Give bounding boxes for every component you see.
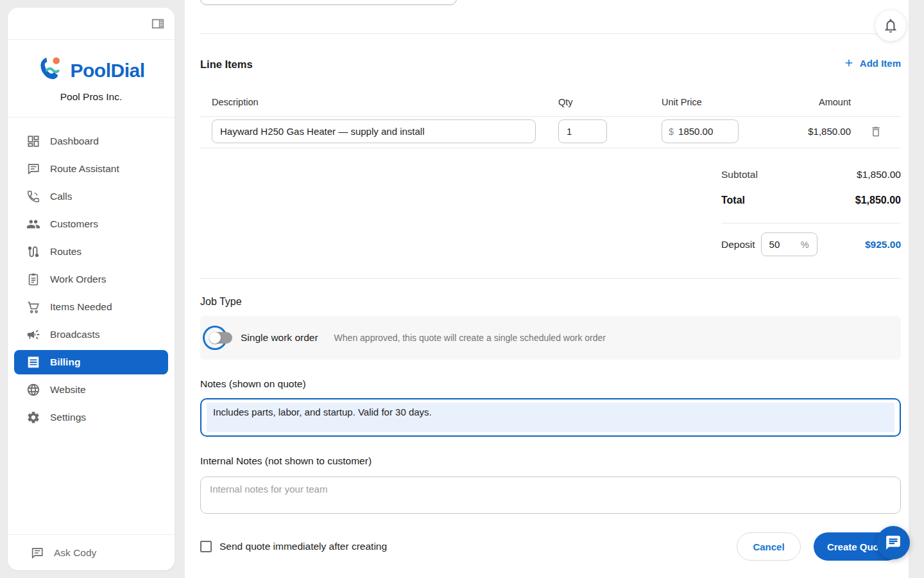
cart-icon	[26, 299, 41, 315]
chat-widget-button[interactable]	[877, 526, 910, 559]
toggle-thumb	[209, 332, 221, 344]
sidebar-item-label: Calls	[50, 191, 72, 202]
ask-cody-label: Ask Cody	[54, 547, 96, 559]
totals-block: Subtotal $1,850.00 Total $1,850.00 Depos…	[721, 169, 901, 259]
megaphone-icon	[26, 327, 41, 342]
sidebar-item-items-needed[interactable]: Items Needed	[14, 295, 168, 319]
delete-row-button[interactable]	[869, 125, 882, 138]
sidebar-item-label: Broadcasts	[50, 329, 100, 340]
notes-label: Notes (shown on quote)	[200, 378, 306, 390]
currency-symbol: $	[669, 127, 674, 137]
cancel-button[interactable]: Cancel	[737, 532, 801, 561]
unit-price-field[interactable]: $	[662, 119, 739, 143]
percent-sign: %	[801, 240, 809, 250]
company-name: Pool Pros Inc.	[60, 91, 123, 103]
send-immediately-label: Send quote immediately after creating	[219, 541, 387, 552]
clipboard-icon	[26, 272, 41, 287]
quote-form-panel: Line Items Add Item Description Qty Unit…	[185, 0, 909, 578]
sidebar-item-label: Billing	[50, 356, 80, 368]
line-items-header: Description Qty Unit Price Amount	[200, 97, 901, 107]
dashboard-icon	[26, 134, 41, 149]
col-qty: Qty	[558, 97, 607, 107]
notifications-button[interactable]	[875, 10, 906, 41]
pooldial-logo-icon	[37, 55, 67, 87]
sidebar-item-work-orders[interactable]: Work Orders	[14, 267, 168, 292]
job-type-title: Job Type	[200, 296, 242, 308]
chat-bubble-icon	[885, 534, 902, 551]
sidebar-item-label: Items Needed	[50, 301, 112, 313]
section-divider	[200, 278, 901, 279]
plus-icon	[843, 57, 855, 69]
route-icon	[26, 244, 41, 259]
sidebar-item-broadcasts[interactable]: Broadcasts	[14, 322, 168, 347]
job-type-panel: Single work order When approved, this qu…	[200, 316, 901, 360]
sidebar-item-label: Website	[50, 384, 86, 396]
job-type-toggle-label: Single work order	[241, 332, 318, 344]
line-items-title: Line Items	[200, 58, 253, 71]
sidebar-item-billing[interactable]: Billing	[14, 350, 168, 374]
people-icon	[26, 216, 41, 232]
line-item-row: $ $1,850.00	[200, 119, 901, 143]
totals-divider	[721, 223, 901, 223]
deposit-label: Deposit	[721, 239, 755, 250]
notes-text: Includes parts, labor, and startup. Vali…	[207, 403, 894, 432]
col-description: Description	[212, 97, 536, 107]
gear-icon	[26, 410, 41, 425]
phone-icon	[26, 189, 41, 204]
sidebar: PoolDial Pool Pros Inc. Dashboard Route …	[8, 8, 175, 570]
sidebar-item-routes[interactable]: Routes	[14, 240, 168, 264]
sidebar-nav: Dashboard Route Assistant Calls	[8, 118, 175, 534]
bell-icon	[882, 17, 899, 34]
top-cropped-input[interactable]	[200, 0, 457, 5]
brand-logo: PoolDial	[37, 55, 144, 87]
table-row-divider	[200, 148, 901, 148]
chat-icon	[26, 161, 41, 177]
qty-input[interactable]	[558, 119, 607, 143]
deposit-percent-field[interactable]: %	[761, 232, 817, 256]
unit-price-input[interactable]	[678, 126, 732, 137]
header-divider	[200, 33, 901, 34]
subtotal-label: Subtotal	[721, 169, 758, 180]
receipt-icon	[26, 355, 41, 370]
job-type-toggle[interactable]	[207, 325, 235, 351]
quote-notes-textarea[interactable]: Includes parts, labor, and startup. Vali…	[200, 398, 901, 437]
sidebar-item-label: Customers	[50, 218, 98, 230]
send-immediately-checkbox[interactable]	[200, 541, 212, 552]
sidebar-item-calls[interactable]: Calls	[14, 184, 168, 209]
sidebar-item-label: Routes	[50, 246, 81, 258]
sidebar-item-label: Dashboard	[50, 136, 99, 147]
sidebar-item-label: Settings	[50, 412, 86, 423]
sidebar-item-customers[interactable]: Customers	[14, 212, 168, 236]
sidebar-item-dashboard[interactable]: Dashboard	[14, 129, 168, 153]
internal-notes-textarea[interactable]	[200, 477, 901, 514]
brand-name: PoolDial	[70, 60, 144, 82]
sidebar-item-route-assistant[interactable]: Route Assistant	[14, 157, 168, 181]
total-value: $1,850.00	[855, 195, 901, 206]
sidebar-collapse-icon[interactable]	[150, 16, 166, 31]
table-header-divider	[200, 116, 901, 117]
sidebar-item-label: Work Orders	[50, 274, 107, 285]
sidebar-item-label: Route Assistant	[50, 163, 119, 175]
deposit-percent-input[interactable]	[769, 239, 791, 250]
row-amount: $1,850.00	[739, 126, 851, 137]
internal-notes-label: Internal Notes (not shown to customer)	[200, 455, 372, 467]
trash-icon	[869, 125, 882, 138]
col-unit-price: Unit Price	[662, 97, 739, 107]
total-label: Total	[721, 195, 745, 206]
globe-icon	[26, 382, 41, 398]
chat-icon	[30, 545, 45, 561]
deposit-amount: $925.00	[865, 239, 901, 250]
col-amount: Amount	[739, 97, 851, 107]
sidebar-item-settings[interactable]: Settings	[14, 405, 168, 430]
add-item-label: Add Item	[860, 58, 901, 69]
add-item-button[interactable]: Add Item	[843, 57, 901, 69]
ask-cody-button[interactable]: Ask Cody	[8, 534, 175, 570]
job-type-helper-text: When approved, this quote will create a …	[334, 333, 606, 343]
form-footer: Send quote immediately after creating Ca…	[200, 532, 901, 561]
description-input[interactable]	[212, 119, 536, 143]
sidebar-item-website[interactable]: Website	[14, 378, 168, 402]
subtotal-value: $1,850.00	[857, 169, 901, 180]
